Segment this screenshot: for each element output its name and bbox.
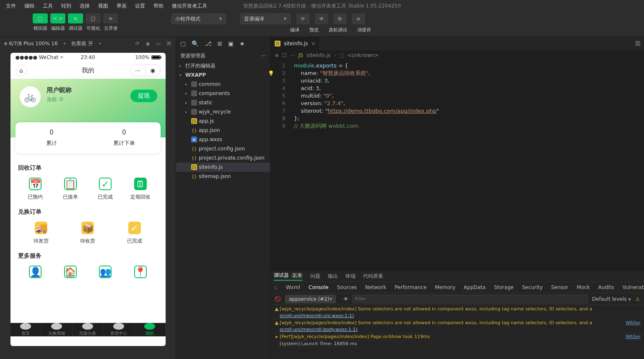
console-source-link[interactable]: WASer [626, 333, 641, 340]
menu-item[interactable]: 工具 [39, 0, 57, 12]
preview-button[interactable]: 👁 [315, 13, 328, 24]
open-editors-section[interactable]: ▸打开的编辑器 [176, 61, 270, 70]
breadcrumb-icon[interactable]: ☐ [282, 52, 287, 58]
issues-icon[interactable]: ⚠ [635, 296, 640, 302]
menu-item[interactable]: 帮助 [149, 0, 168, 12]
grid-cell[interactable]: 📦待收货 [65, 222, 111, 245]
menu-item[interactable]: 转到 [57, 0, 75, 12]
grid-cell[interactable]: ✓已完成 [111, 222, 158, 245]
menu-item[interactable]: 文件 [2, 0, 20, 12]
devtools-subtab[interactable]: Network [365, 284, 386, 290]
tree-item[interactable]: ▸static [176, 98, 270, 107]
sim-toolbar-icon[interactable]: ◉ [145, 41, 150, 46]
tabbar-item[interactable]: 资讯中心 [104, 323, 135, 336]
toolbar-button[interactable]: < > [50, 13, 65, 23]
activity-bar-icon[interactable]: ▣ [228, 40, 234, 47]
eye-icon[interactable]: 👁 [343, 296, 348, 302]
sim-toolbar-icon[interactable]: ⟳ [135, 41, 140, 46]
grid-cell[interactable]: 📅已预约 [18, 178, 53, 201]
tree-item[interactable]: ▸wjyk_recycle [176, 107, 270, 116]
inspect-icon[interactable]: ⟀ [275, 284, 278, 290]
toolbar-button[interactable]: ≡ [68, 13, 83, 23]
capsule-menu-icon[interactable]: ⋯ [131, 65, 146, 76]
tree-item[interactable]: {}sitemap.json [176, 172, 270, 181]
menu-item[interactable]: 视图 [94, 0, 112, 12]
mode-dropdown[interactable]: 小程序模式▼ [171, 13, 226, 24]
devtools-subtab[interactable]: Mock [577, 284, 590, 290]
clear-cache-button[interactable]: ≡ [352, 13, 365, 24]
tabbar-item[interactable]: 垃圾分类 [73, 323, 104, 336]
lightbulb-icon[interactable]: 💡 [268, 70, 274, 77]
home-button[interactable]: ⌂ [16, 65, 27, 76]
device-selector[interactable]: e 6/7/8 Plus 100% 16 [4, 41, 58, 46]
withdraw-button[interactable]: 提现 [130, 90, 157, 102]
grid-cell[interactable]: 📍 [123, 266, 158, 282]
devtools-subtab[interactable]: Vulnerab [623, 284, 644, 290]
compile-dropdown[interactable]: 普通编译▼ [240, 13, 291, 24]
tree-item[interactable]: ▸common [176, 80, 270, 89]
breadcrumb-icon[interactable]: ≡ [275, 52, 279, 58]
menu-item[interactable]: 编辑 [20, 0, 39, 12]
split-editor-icon[interactable]: ▥ [635, 39, 641, 46]
tabbar-item[interactable]: 兑换商城 [42, 323, 73, 336]
devtools-subtab[interactable]: Wxml [286, 284, 300, 290]
devtools-subtab[interactable]: Security [522, 284, 543, 290]
tree-item[interactable]: {}app.json [176, 126, 270, 135]
activity-bar-icon[interactable]: ⎇ [205, 40, 211, 47]
toolbar-button[interactable]: □ [33, 13, 48, 23]
capsule-button[interactable]: ⋯ ◉ [130, 65, 161, 76]
remote-debug-button[interactable]: ⚙ [333, 13, 347, 24]
refresh-button[interactable]: ⟳ [296, 13, 310, 24]
project-root[interactable]: ▾WXAPP [176, 70, 270, 80]
devtools-tab[interactable]: 代码质量 [363, 273, 383, 280]
log-level-dropdown[interactable]: Default levels ▼ [592, 296, 631, 302]
close-tab-icon[interactable]: × [311, 41, 315, 46]
sim-toolbar-icon[interactable]: ▭ [156, 41, 161, 46]
tree-item[interactable]: ▸components [176, 89, 270, 98]
activity-bar-icon[interactable]: ★ [239, 40, 245, 47]
sim-toolbar-icon[interactable]: ⌘ [166, 41, 171, 46]
code-editor[interactable]: 1 💡2 3 4 5 6 7 8 9 module.exports = { na… [270, 60, 644, 270]
activity-bar-icon[interactable]: ⊞ [217, 40, 222, 47]
breadcrumb-icon[interactable]: ⋯ [290, 52, 295, 58]
context-dropdown[interactable]: appservice (#2)▼ [285, 295, 336, 303]
grid-cell[interactable]: 👥 [88, 266, 123, 282]
capsule-close-icon[interactable]: ◉ [145, 65, 160, 76]
console-filter-input[interactable] [353, 295, 588, 303]
tree-item[interactable]: {}project.config.json [176, 144, 270, 153]
devtools-subtab[interactable]: Sensor [551, 284, 568, 290]
clear-console-icon[interactable]: 🚫 [275, 296, 281, 302]
devtools-tab-debugger[interactable]: 调试器 2, 9 [274, 272, 303, 281]
activity-bar-icon[interactable]: 🔍 [192, 40, 199, 47]
devtools-subtab[interactable]: Performance [395, 284, 426, 290]
devtools-subtab[interactable]: Memory [435, 284, 455, 290]
devtools-subtab[interactable]: Sources [337, 284, 357, 290]
tree-item[interactable]: ≡app.wxss [176, 135, 270, 144]
devtools-subtab[interactable]: AppData [464, 284, 486, 290]
devtools-tab[interactable]: 输出 [328, 273, 338, 280]
grid-cell[interactable]: 📋已接单 [53, 178, 88, 201]
menu-item[interactable]: 设置 [131, 0, 149, 12]
tree-item[interactable]: JSsiteinfo.js [176, 163, 270, 172]
devtools-subtab[interactable]: Storage [494, 284, 514, 290]
tree-item[interactable]: JSapp.js [176, 116, 270, 126]
devtools-tab[interactable]: 问题 [310, 273, 320, 280]
grid-cell[interactable]: 🏠 [53, 266, 88, 282]
editor-tab-siteinfo[interactable]: JS siteinfo.js × [270, 37, 320, 50]
avatar[interactable]: 🚲 [20, 86, 41, 107]
tabbar-item[interactable]: 首页 [10, 323, 42, 336]
activity-bar-icon[interactable]: ▢ [180, 40, 186, 47]
devtools-subtab[interactable]: Console [309, 284, 329, 290]
grid-cell[interactable]: ✓已完成 [88, 178, 123, 201]
hot-reload-toggle[interactable]: 热重载 开 [71, 40, 93, 47]
toolbar-button[interactable]: ▢ [86, 13, 101, 23]
tree-item[interactable]: {}project.private.config.json [176, 153, 270, 163]
grid-cell[interactable]: 🗓定期回收 [123, 178, 158, 201]
console-source-link[interactable]: WASer [626, 320, 641, 326]
menu-item[interactable]: 界面 [112, 0, 131, 12]
toolbar-button[interactable]: ∞ [103, 13, 118, 23]
grid-cell[interactable]: 🚚待发货 [18, 222, 65, 245]
grid-cell[interactable]: 👤 [18, 266, 53, 282]
menu-item[interactable]: 微信开发者工具 [168, 0, 211, 12]
devtools-subtab[interactable]: Audits [598, 284, 614, 290]
